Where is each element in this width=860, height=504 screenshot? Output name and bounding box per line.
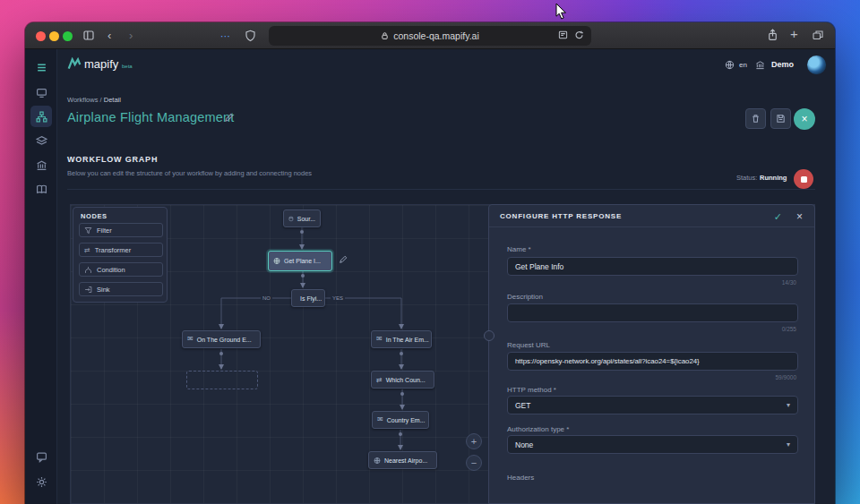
auth-type-field-label: Authorization type * [507, 425, 569, 433]
panel-collapse-handle[interactable] [484, 330, 494, 341]
graph-node-label: Country Em... [387, 417, 426, 423]
description-field[interactable] [507, 303, 798, 322]
confirm-icon[interactable]: ✓ [774, 211, 782, 223]
transformer-icon: ⇄ [84, 246, 90, 254]
section-title: WORKFLOW GRAPH [67, 155, 158, 164]
envelope-icon: ✉ [377, 416, 383, 423]
account-name[interactable]: Demo [771, 60, 794, 69]
back-icon[interactable]: ‹ [108, 30, 111, 42]
palette-item-filter[interactable]: Filter [79, 223, 163, 237]
new-tab-icon[interactable]: + [790, 28, 798, 40]
brand-logo-icon[interactable] [67, 57, 82, 71]
graph-node-get-plane-info[interactable]: Get Plane I... [268, 251, 332, 271]
language-label[interactable]: en [739, 61, 747, 69]
palette-item-label: Transformer [95, 246, 132, 254]
zoom-out-button[interactable]: − [466, 455, 482, 471]
refresh-icon[interactable] [574, 30, 584, 40]
palette-title: NODES [81, 212, 108, 220]
sidebar-item-layers[interactable] [30, 130, 52, 151]
avatar[interactable] [807, 56, 826, 74]
chevron-down-icon: ▾ [787, 401, 790, 409]
graph-node-label: On The Ground E... [197, 337, 252, 343]
breadcrumb-root[interactable]: Workflows [67, 96, 98, 104]
graph-node-country-email[interactable]: ✉ Country Em... [372, 411, 429, 429]
name-char-counter: 14/30 [782, 279, 796, 286]
browser-toolbar: ‹ › ⋯ console-qa.mapify.ai [25, 22, 835, 49]
settings-gear-icon[interactable] [30, 471, 52, 492]
forward-icon[interactable]: › [129, 30, 133, 42]
extension-icon[interactable]: ⋯ [220, 30, 231, 42]
palette-item-label: Filter [97, 226, 112, 235]
graph-node-which-country[interactable]: ⇄ Which Coun... [371, 371, 434, 389]
graph-node-nearest-airport[interactable]: Nearest Airpo... [368, 451, 437, 469]
request-url-field-label: Request URL [507, 341, 550, 349]
sidebar-toggle-icon[interactable] [82, 30, 95, 41]
desktop-wallpaper: ‹ › ⋯ console-qa.mapify.ai [0, 0, 860, 504]
zoom-window-button[interactable] [63, 31, 73, 41]
database-icon [288, 215, 294, 223]
graph-node-on-ground-email[interactable]: ✉ On The Ground E... [182, 330, 261, 348]
tab-overview-icon[interactable] [812, 30, 824, 41]
language-globe-icon[interactable] [725, 60, 735, 70]
menu-toggle-button[interactable] [30, 56, 52, 78]
edit-node-icon[interactable] [339, 255, 348, 264]
save-workflow-button[interactable] [770, 108, 791, 129]
palette-item-sink[interactable]: Sink [79, 282, 163, 296]
zoom-in-button[interactable]: + [466, 433, 482, 449]
status-value: Running [760, 174, 787, 182]
graph-node-label: Sour... [297, 216, 315, 222]
close-panel-button[interactable]: × [794, 108, 815, 130]
address-bar[interactable]: console-qa.mapify.ai [269, 26, 591, 46]
auth-type-value: None [515, 440, 533, 449]
delete-workflow-button[interactable] [745, 108, 766, 129]
graph-node-in-air-email[interactable]: ✉ In The Air Em... [371, 330, 432, 348]
graph-node-label: Nearest Airpo... [384, 457, 427, 464]
minus-icon: − [471, 458, 477, 468]
share-icon[interactable] [767, 29, 778, 42]
graph-node-label: In The Air Em... [386, 337, 429, 343]
breadcrumb[interactable]: Workflows / Detail [67, 96, 121, 104]
palette-item-transformer[interactable]: ⇄ Transformer [79, 243, 163, 257]
sidebar-item-docs[interactable] [30, 178, 52, 200]
feedback-icon[interactable] [30, 446, 52, 467]
sidebar-item-organization[interactable] [30, 154, 52, 175]
shield-icon[interactable] [245, 30, 256, 42]
page-settings-icon[interactable] [558, 30, 568, 40]
graph-node-is-flying[interactable]: Is Flyi... [291, 289, 325, 307]
close-config-icon[interactable]: × [796, 210, 803, 223]
graph-node-label: Get Plane I... [284, 258, 321, 264]
description-field-label: Description [507, 293, 543, 301]
config-panel-header: CONFIGURE HTTP RESPONSE ✓ × [489, 205, 814, 227]
brand-beta-tag: beta [122, 64, 133, 69]
graph-node-source[interactable]: Sour... [283, 209, 321, 227]
name-field[interactable] [507, 257, 798, 276]
stop-workflow-button[interactable] [794, 169, 813, 189]
node-drop-placeholder[interactable] [186, 371, 258, 389]
close-icon: × [801, 113, 807, 125]
sidebar-rail [25, 49, 57, 504]
page-title: Airplane Flight Management [67, 110, 235, 124]
edge-label-yes: YES [331, 295, 345, 302]
config-panel-title: CONFIGURE HTTP RESPONSE [500, 212, 622, 220]
sink-icon [84, 286, 92, 294]
envelope-icon: ✉ [187, 336, 194, 343]
breadcrumb-current: Detail [104, 96, 121, 104]
sidebar-item-dashboard[interactable] [30, 81, 52, 103]
http-method-select[interactable]: GET ▾ [507, 396, 798, 414]
request-url-field[interactable] [507, 352, 798, 371]
auth-type-select[interactable]: None ▾ [507, 435, 798, 454]
palette-item-label: Sink [97, 286, 110, 294]
brand-name[interactable]: mapify [84, 57, 118, 71]
section-subtitle: Below you can edit the structure of your… [67, 169, 312, 177]
close-window-button[interactable] [36, 31, 46, 41]
organization-icon[interactable] [755, 60, 765, 70]
minimize-window-button[interactable] [49, 31, 59, 41]
globe-icon [374, 457, 381, 465]
palette-item-condition[interactable]: Condition [79, 262, 163, 277]
sidebar-item-workflows[interactable] [30, 106, 52, 127]
plus-icon: + [471, 437, 477, 447]
divider [67, 189, 815, 190]
edit-title-icon[interactable] [224, 113, 234, 123]
graph-node-label: Which Coun... [386, 377, 426, 383]
config-panel: CONFIGURE HTTP RESPONSE ✓ × Name * 14/30… [488, 204, 815, 504]
